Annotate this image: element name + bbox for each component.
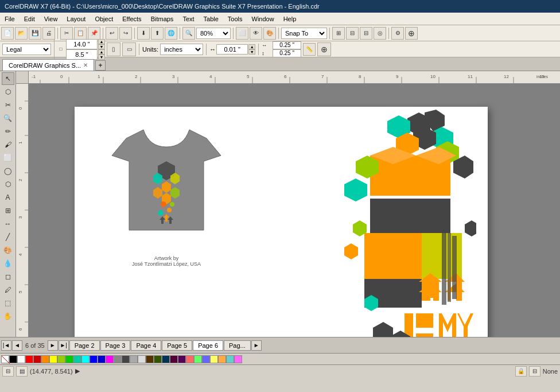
nudge-input[interactable] xyxy=(216,44,248,55)
dup-nudge2-input[interactable] xyxy=(273,49,301,57)
table-tool[interactable]: ⊞ xyxy=(2,204,14,217)
page-thumb[interactable]: ▤ xyxy=(16,366,28,377)
menu-bitmaps[interactable]: Bitmaps xyxy=(146,14,178,24)
teal-swatch[interactable] xyxy=(73,355,81,363)
lt-yellow-swatch[interactable] xyxy=(210,355,218,363)
menu-tools[interactable]: Tools xyxy=(223,14,247,24)
width-up-button[interactable]: ▲ xyxy=(98,39,105,44)
artmedia-tool[interactable]: 🖌 xyxy=(2,138,14,151)
page-tab-4[interactable]: Page 4 xyxy=(131,340,161,351)
first-page-button[interactable]: |◄ xyxy=(1,340,11,351)
undo-button[interactable]: ↩ xyxy=(106,27,118,40)
menu-view[interactable]: View xyxy=(40,14,63,24)
landscape-button[interactable]: ▭ xyxy=(122,42,136,56)
cyan-swatch[interactable] xyxy=(81,355,90,363)
nudge-up-button[interactable]: ▲ xyxy=(248,44,255,49)
cut-button[interactable]: ✂ xyxy=(60,27,73,40)
zoom-tool[interactable]: 🔍 xyxy=(2,112,14,125)
crop-tool[interactable]: ✂ xyxy=(2,99,14,111)
canvas-viewport[interactable]: Artwork by José Tzontlimatzi López, USA xyxy=(29,84,560,337)
dark-red-swatch[interactable] xyxy=(33,355,41,363)
light-blue-swatch[interactable] xyxy=(202,355,210,363)
print-button[interactable]: 🖨 xyxy=(42,27,55,40)
page-tab-6[interactable]: Page 6 xyxy=(193,340,223,351)
height-up-button[interactable]: ▲ xyxy=(98,49,105,55)
lavender-swatch[interactable] xyxy=(234,355,242,363)
main-tab[interactable]: CorelDRAW Graphics S... ✕ xyxy=(2,59,94,71)
portrait-button[interactable]: ▯ xyxy=(107,42,120,56)
publish-button[interactable]: 🌐 xyxy=(165,27,177,40)
page-tab-more[interactable]: Pag... xyxy=(224,340,251,351)
export-button[interactable]: ⬆ xyxy=(151,27,164,40)
menu-layout[interactable]: Layout xyxy=(62,14,90,24)
white-swatch[interactable] xyxy=(17,355,25,363)
open-button[interactable]: 📂 xyxy=(15,27,28,40)
purple-swatch[interactable] xyxy=(170,355,178,363)
menu-object[interactable]: Object xyxy=(90,14,118,24)
blue-swatch[interactable] xyxy=(90,355,98,363)
page-height-input[interactable] xyxy=(66,49,98,60)
redo-button[interactable]: ↪ xyxy=(119,27,132,40)
page-tab-3[interactable]: Page 3 xyxy=(100,340,131,351)
last-page-button[interactable]: ►| xyxy=(59,340,69,351)
navy-swatch[interactable] xyxy=(162,355,170,363)
add-tab-button[interactable]: + xyxy=(95,60,106,71)
gray-swatch[interactable] xyxy=(114,355,122,363)
add-page-button[interactable]: ⊕ xyxy=(317,42,331,56)
new-button[interactable]: 📄 xyxy=(1,27,14,40)
interactive-fill-tool[interactable]: 🎨 xyxy=(2,244,14,257)
nudge-down-button[interactable]: ▼ xyxy=(248,49,255,55)
scroll-pages-right[interactable]: ► xyxy=(251,340,262,351)
next-page-button[interactable]: ► xyxy=(48,340,58,351)
save-button[interactable]: 💾 xyxy=(29,27,41,40)
import-button[interactable]: ⬇ xyxy=(137,27,150,40)
full-screen-button[interactable]: ⬜ xyxy=(236,27,248,40)
menu-text[interactable]: Text xyxy=(178,14,199,24)
snap-objects-button[interactable]: ◎ xyxy=(374,27,386,40)
dup-nudge1-input[interactable] xyxy=(273,41,301,49)
page-tab-5[interactable]: Page 5 xyxy=(162,340,192,351)
light-gray-swatch[interactable] xyxy=(130,355,138,363)
paste-button[interactable]: 📌 xyxy=(88,27,100,40)
canvas-area[interactable]: -1 0 1 2 3 4 5 6 7 8 9 xyxy=(16,71,560,337)
green-swatch[interactable] xyxy=(65,355,73,363)
pink-swatch[interactable] xyxy=(186,355,194,363)
straight-line-tool[interactable]: ╱ xyxy=(2,231,14,243)
smart-fill-tool[interactable]: ⬚ xyxy=(2,297,14,309)
text-tool[interactable]: A xyxy=(2,191,14,204)
dark-gray-swatch[interactable] xyxy=(122,355,130,363)
select-tool[interactable]: ↖ xyxy=(2,72,14,85)
color-mgmt-button[interactable]: 🎨 xyxy=(263,27,276,40)
yellow-swatch[interactable] xyxy=(49,355,57,363)
page-width-input[interactable] xyxy=(66,39,98,49)
orange-swatch[interactable] xyxy=(41,355,49,363)
dynamic-guides-button[interactable]: ⊟ xyxy=(360,27,372,40)
prev-page-button[interactable]: ◄ xyxy=(12,340,22,351)
lock-icon[interactable]: 🔒 xyxy=(515,366,527,377)
add-panel-button[interactable]: ⊕ xyxy=(405,27,418,40)
menu-help[interactable]: Help xyxy=(279,14,301,24)
menu-table[interactable]: Table xyxy=(199,14,223,24)
brown-swatch[interactable] xyxy=(146,355,154,363)
zoom-level-select[interactable]: 80% 100% 50% 200% xyxy=(196,28,231,39)
sky-blue-swatch[interactable] xyxy=(226,355,234,363)
parallel-dim-tool[interactable]: ↔ xyxy=(2,218,14,230)
no-fill-swatch[interactable] xyxy=(1,355,9,363)
menu-edit[interactable]: Edit xyxy=(20,14,40,24)
grid-button[interactable]: ⊞ xyxy=(332,27,345,40)
page-tab-2[interactable]: Page 2 xyxy=(69,340,100,351)
polygon-tool[interactable]: ⬡ xyxy=(2,178,14,191)
drawing-scale-button[interactable]: 📏 xyxy=(303,43,316,56)
width-down-button[interactable]: ▼ xyxy=(98,44,105,49)
fill-tool[interactable]: 🖊 xyxy=(2,284,14,296)
snap-indicator[interactable]: ⊟ xyxy=(2,366,14,377)
units-select[interactable]: inches mm cm pixels xyxy=(160,44,203,55)
red-swatch[interactable] xyxy=(25,355,33,363)
rectangle-tool[interactable]: ⬜ xyxy=(2,152,14,164)
zoom-in-button[interactable]: 🔍 xyxy=(182,27,195,40)
magenta-swatch[interactable] xyxy=(106,355,114,363)
copy-button[interactable]: 📋 xyxy=(74,27,87,40)
options-button[interactable]: ⚙ xyxy=(391,27,404,40)
dark-blue-swatch[interactable] xyxy=(98,355,106,363)
shape-tool[interactable]: ⬡ xyxy=(2,86,14,98)
